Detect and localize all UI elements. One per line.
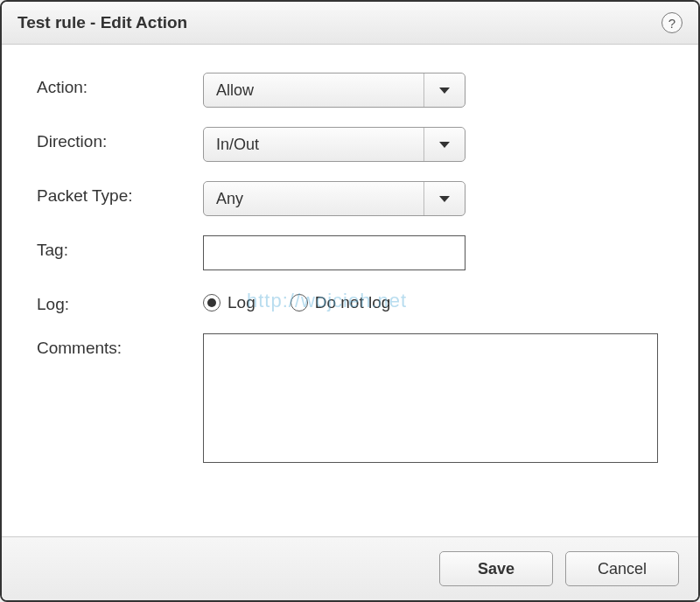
log-radio-log[interactable]: Log: [203, 293, 256, 312]
packet-type-dropdown-value: Any: [204, 182, 424, 215]
save-button[interactable]: Save: [439, 551, 553, 586]
action-label: Action:: [37, 73, 203, 97]
tag-input[interactable]: [203, 235, 466, 270]
cancel-button[interactable]: Cancel: [565, 551, 679, 586]
action-dropdown-value: Allow: [204, 74, 424, 107]
log-radio-donotlog[interactable]: Do not log: [290, 293, 391, 312]
row-comments: Comments:: [37, 333, 663, 466]
comments-label: Comments:: [37, 333, 203, 358]
direction-dropdown-value: In/Out: [204, 128, 424, 161]
row-packet-type: Packet Type: Any: [37, 181, 663, 216]
row-action: Action: Allow: [37, 73, 663, 108]
chevron-down-icon: [424, 128, 465, 161]
packet-type-label: Packet Type:: [37, 181, 203, 206]
direction-dropdown[interactable]: In/Out: [203, 127, 466, 162]
direction-label: Direction:: [37, 127, 203, 151]
packet-type-dropdown[interactable]: Any: [203, 181, 466, 216]
row-direction: Direction: In/Out: [37, 127, 663, 162]
comments-textarea[interactable]: [203, 333, 658, 463]
log-label: Log:: [37, 290, 203, 314]
donotlog-option-label: Do not log: [315, 293, 391, 312]
row-log: Log: Log Do not log: [37, 290, 663, 314]
help-icon[interactable]: ?: [662, 12, 682, 33]
dialog-content: http://wojcieh.net Action: Allow Directi…: [2, 45, 698, 536]
radio-icon: [203, 294, 220, 312]
row-tag: Tag:: [37, 235, 663, 270]
title-bar: Test rule - Edit Action ?: [2, 2, 698, 45]
chevron-down-icon: [424, 182, 465, 215]
log-option-label: Log: [228, 293, 256, 312]
dialog-footer: Save Cancel: [2, 536, 698, 600]
action-dropdown[interactable]: Allow: [203, 73, 466, 108]
log-radio-group: Log Do not log: [203, 290, 663, 312]
dialog-title: Test rule - Edit Action: [18, 13, 187, 32]
radio-icon: [290, 294, 308, 312]
tag-label: Tag:: [37, 235, 203, 260]
chevron-down-icon: [424, 74, 465, 107]
edit-action-dialog: Test rule - Edit Action ? http://wojcieh…: [0, 0, 700, 602]
